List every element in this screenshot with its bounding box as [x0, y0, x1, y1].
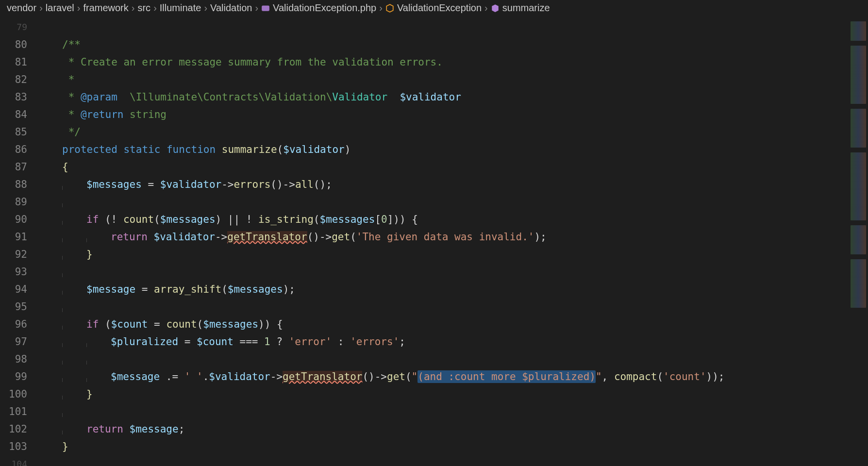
code-line[interactable]: [38, 193, 849, 211]
code-line[interactable]: if (! count($messages) || ! is_string($m…: [38, 211, 849, 228]
php-file-icon: [261, 4, 270, 13]
line-number: 100: [0, 385, 38, 403]
line-number: 79: [0, 18, 38, 36]
line-number: 91: [0, 228, 38, 246]
code-token: [148, 231, 154, 243]
code-line[interactable]: [38, 350, 849, 368]
code-line[interactable]: if ($count = count($messages)) {: [38, 316, 849, 333]
code-line[interactable]: *: [38, 71, 849, 88]
line-number: 93: [0, 263, 38, 281]
line-number: 102: [0, 420, 38, 438]
code-line[interactable]: [38, 403, 849, 420]
code-line[interactable]: protected static function summarize($val…: [38, 141, 849, 158]
code-token: ()->: [307, 231, 332, 243]
code-token: .: [203, 371, 209, 383]
code-token: (: [154, 214, 160, 225]
code-token: (: [314, 214, 320, 225]
code-line[interactable]: }: [38, 246, 849, 263]
code-line[interactable]: [38, 263, 849, 281]
line-number: 86: [0, 141, 38, 158]
breadcrumb-item[interactable]: ValidationException: [385, 2, 482, 14]
code-token: $validator: [160, 179, 221, 190]
code-line[interactable]: * @return string: [38, 106, 849, 123]
code-token: 'The given data was invalid.': [356, 231, 534, 243]
breadcrumb-item[interactable]: Illuminate: [160, 2, 201, 14]
code-token: ": [596, 371, 602, 383]
breadcrumb-label: laravel: [46, 2, 74, 14]
breadcrumb-item[interactable]: Validation: [210, 2, 252, 14]
minimap[interactable]: [849, 17, 868, 466]
code-token: get: [387, 371, 405, 383]
code-token: $message: [130, 423, 179, 435]
code-line[interactable]: $pluralized = $count === 1 ? 'error' : '…: [38, 333, 849, 350]
code-token: $validator: [283, 144, 344, 155]
code-token: $messages: [320, 214, 375, 225]
code-line[interactable]: }: [38, 438, 849, 455]
breadcrumb-label: framework: [83, 2, 128, 14]
breadcrumb[interactable]: vendor›laravel›framework›src›Illuminate›…: [0, 0, 868, 17]
code-token: (: [221, 283, 228, 295]
code-line[interactable]: $messages = $validator->errors()->all();: [38, 176, 849, 193]
code-token: }: [86, 388, 93, 400]
breadcrumb-item[interactable]: vendor: [7, 2, 36, 14]
code-token: getTranslator: [227, 231, 307, 243]
code-token: 'count': [663, 371, 706, 383]
code-area[interactable]: /** * Create an error message summary fr…: [38, 17, 849, 466]
method-icon: [491, 4, 500, 13]
code-token: 0: [381, 214, 387, 225]
breadcrumb-item[interactable]: laravel: [46, 2, 74, 14]
code-token: @return: [81, 109, 124, 120]
code-token: $message: [111, 371, 160, 383]
code-token: [: [375, 214, 381, 225]
code-token: 'errors': [350, 336, 399, 348]
code-token: ->: [270, 371, 283, 383]
code-token: (: [405, 371, 412, 383]
code-token: ->: [215, 231, 227, 243]
code-token: );: [534, 231, 546, 243]
code-line[interactable]: $message = array_shift($messages);: [38, 281, 849, 298]
code-line[interactable]: * Create an error message summary from t…: [38, 53, 849, 71]
code-token: =: [178, 336, 197, 348]
code-line[interactable]: /**: [38, 36, 849, 53]
code-token: [216, 144, 222, 155]
line-number: 96: [0, 316, 38, 333]
code-token: {: [62, 161, 68, 173]
code-line[interactable]: */: [38, 123, 849, 141]
breadcrumb-label: src: [137, 2, 150, 14]
code-token: .=: [160, 371, 184, 383]
code-token: string: [123, 109, 167, 120]
code-token: (: [99, 318, 111, 330]
code-token: get: [332, 231, 350, 243]
code-token: /**: [62, 39, 81, 50]
code-line[interactable]: return $message;: [38, 420, 849, 438]
line-number: 94: [0, 281, 38, 298]
code-token: );: [283, 283, 295, 295]
code-line[interactable]: * @param \Illuminate\Contracts\Validatio…: [38, 88, 849, 106]
code-token: *: [62, 91, 81, 103]
code-token: ,: [602, 371, 614, 383]
code-token: $message: [86, 283, 135, 295]
line-number: 90: [0, 211, 38, 228]
code-line[interactable]: {: [38, 158, 849, 176]
editor-body: 7980818283848586878889909192939495969798…: [0, 17, 868, 466]
code-token: return: [111, 231, 148, 243]
breadcrumb-separator: ›: [39, 2, 43, 14]
code-token: $pluralized: [111, 336, 178, 348]
code-token: =: [135, 283, 154, 295]
code-line[interactable]: [38, 298, 849, 316]
code-token: is_string: [258, 214, 314, 225]
code-token: static: [123, 144, 160, 155]
code-token: ])) {: [387, 214, 418, 225]
code-token: [160, 144, 167, 155]
code-line[interactable]: }: [38, 385, 849, 403]
code-token: */: [62, 126, 81, 138]
breadcrumb-item[interactable]: framework: [83, 2, 128, 14]
code-line[interactable]: return $validator->getTranslator()->get(…: [38, 228, 849, 246]
code-line[interactable]: $message .= ' '.$validator->getTranslato…: [38, 368, 849, 385]
breadcrumb-item[interactable]: ValidationException.php: [261, 2, 376, 14]
line-number: 80: [0, 36, 38, 53]
breadcrumb-item[interactable]: src: [137, 2, 150, 14]
line-number: 84: [0, 106, 38, 123]
breadcrumb-item[interactable]: summarize: [491, 2, 550, 14]
editor: vendor›laravel›framework›src›Illuminate›…: [0, 0, 868, 466]
